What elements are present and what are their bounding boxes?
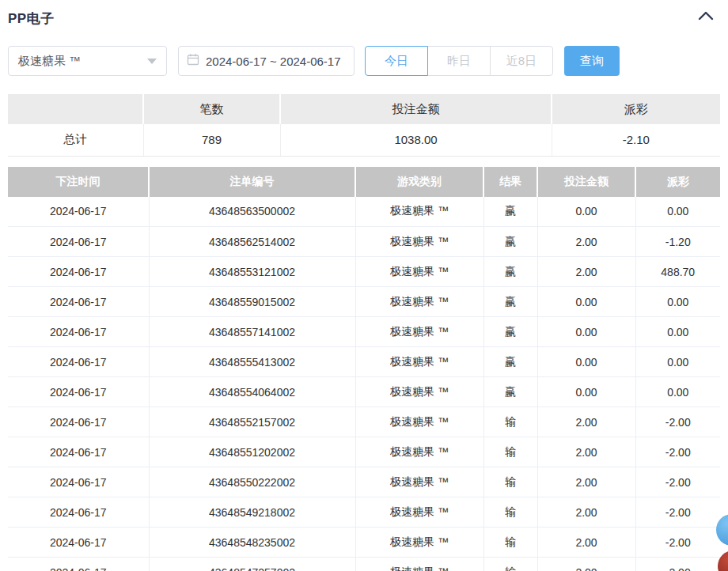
cell-order-number: 43648551202002 [149,437,355,467]
table-row: 2024-06-17 43648557141002 极速糖果 ™ 赢 0.00 … [8,317,720,347]
header-result: 结果 [483,167,537,197]
game-select[interactable]: 极速糖果 ™ [8,46,167,76]
table-row: 2024-06-17 43648547257002 极速糖果 ™ 输 2.00 … [8,558,720,571]
cell-result: 输 [483,437,537,467]
cell-game-category: 极速糖果 ™ [355,377,483,407]
cell-bet-time: 2024-06-17 [8,197,149,227]
pp-electronics-panel: PP电子 极速糖果 ™ 2024-06-17 ~ 2024-06-17 [0,0,728,571]
cell-bet-time: 2024-06-17 [8,317,149,347]
cell-game-category: 极速糖果 ™ [355,347,483,377]
cell-bet-amount: 0.00 [537,377,635,407]
chevron-down-icon [147,59,157,64]
cell-bet-amount: 2.00 [537,257,635,287]
summary-total-label: 总计 [8,124,143,156]
table-row: 2024-06-17 43648553121002 极速糖果 ™ 赢 2.00 … [8,257,720,287]
cell-game-category: 极速糖果 ™ [355,558,483,571]
table-row: 2024-06-17 43648555413002 极速糖果 ™ 赢 0.00 … [8,347,720,377]
summary-header-payout: 派彩 [552,94,720,124]
cell-order-number: 43648547257002 [149,558,355,571]
table-row: 2024-06-17 43648552157002 极速糖果 ™ 输 2.00 … [8,407,720,437]
calendar-icon [187,53,199,69]
cell-order-number: 43648550222002 [149,467,355,497]
cell-game-category: 极速糖果 ™ [355,227,483,257]
range-button-2[interactable]: 近8日 [490,46,553,76]
cell-bet-time: 2024-06-17 [8,257,149,287]
cell-order-number: 43648562514002 [149,227,355,257]
date-quick-buttons: 今日昨日近8日 [365,46,553,76]
cell-game-category: 极速糖果 ™ [355,497,483,528]
cell-bet-time: 2024-06-17 [8,347,149,377]
header-bet-time: 下注时间 [8,167,149,197]
table-row: 2024-06-17 43648548235002 极速糖果 ™ 输 2.00 … [8,528,720,558]
cell-game-category: 极速糖果 ™ [355,528,483,558]
cell-bet-time: 2024-06-17 [8,497,149,528]
table-row: 2024-06-17 43648562514002 极速糖果 ™ 赢 2.00 … [8,227,720,257]
cell-result: 赢 [483,317,537,347]
filter-bar: 极速糖果 ™ 2024-06-17 ~ 2024-06-17 今日昨日近8日 查… [8,46,720,76]
cell-result: 赢 [483,227,537,257]
cell-payout: 0.00 [635,317,720,347]
chevron-up-icon [698,11,714,23]
header-game-category: 游戏类别 [355,167,483,197]
cell-order-number: 43648548235002 [149,528,355,558]
cell-bet-time: 2024-06-17 [8,437,149,467]
cell-payout: -2.00 [635,467,720,497]
collapse-button[interactable] [692,8,720,26]
page-title: PP电子 [8,8,55,28]
cell-order-number: 43648555413002 [149,347,355,377]
cell-bet-time: 2024-06-17 [8,287,149,317]
cell-bet-time: 2024-06-17 [8,227,149,257]
table-row: 2024-06-17 43648550222002 极速糖果 ™ 输 2.00 … [8,467,720,497]
cell-result: 赢 [483,257,537,287]
summary-header-count: 笔数 [143,94,280,124]
cell-game-category: 极速糖果 ™ [355,407,483,437]
query-button[interactable]: 查询 [564,46,620,76]
cell-bet-amount: 2.00 [537,227,635,257]
cell-bet-time: 2024-06-17 [8,558,149,571]
cell-game-category: 极速糖果 ™ [355,257,483,287]
cell-game-category: 极速糖果 ™ [355,467,483,497]
cell-bet-amount: 0.00 [537,197,635,227]
cell-result: 赢 [483,377,537,407]
cell-payout: 0.00 [635,287,720,317]
table-row: 2024-06-17 43648563500002 极速糖果 ™ 赢 0.00 … [8,197,720,227]
cell-payout: -1.20 [635,227,720,257]
summary-payout-value: -2.10 [552,124,720,156]
records-header-row: 下注时间 注单编号 游戏类别 结果 投注金额 派彩 [8,167,720,197]
cell-order-number: 43648563500002 [149,197,355,227]
cell-game-category: 极速糖果 ™ [355,197,483,227]
cell-result: 输 [483,467,537,497]
cell-payout: 0.00 [635,377,720,407]
cell-result: 赢 [483,287,537,317]
cell-bet-amount: 2.00 [537,437,635,467]
cell-bet-time: 2024-06-17 [8,407,149,437]
cell-bet-amount: 2.00 [537,497,635,528]
cell-order-number: 43648557141002 [149,317,355,347]
game-select-value: 极速糖果 ™ [18,54,81,69]
cell-payout: -2.00 [635,528,720,558]
summary-header-row: 笔数 投注金额 派彩 [8,94,720,124]
cell-bet-time: 2024-06-17 [8,528,149,558]
cell-bet-time: 2024-06-17 [8,467,149,497]
header-payout: 派彩 [635,167,720,197]
cell-result: 输 [483,407,537,437]
panel-header: PP电子 [8,8,720,30]
range-button-1[interactable]: 昨日 [427,46,491,76]
cell-bet-amount: 2.00 [537,467,635,497]
summary-bet-amount-value: 1038.00 [280,124,552,156]
cell-bet-amount: 0.00 [537,287,635,317]
header-bet-amount: 投注金额 [537,167,635,197]
cell-order-number: 43648553121002 [149,257,355,287]
cell-result: 输 [483,528,537,558]
summary-total-row: 总计 789 1038.00 -2.10 [8,124,720,156]
cell-payout: -2.00 [635,558,720,571]
cell-payout: -2.00 [635,407,720,437]
date-range-input[interactable]: 2024-06-17 ~ 2024-06-17 [178,46,355,76]
cell-order-number: 43648549218002 [149,497,355,528]
cell-payout: -2.00 [635,497,720,528]
cell-result: 赢 [483,197,537,227]
bet-records-table: 下注时间 注单编号 游戏类别 结果 投注金额 派彩 2024-06-17 436… [8,167,720,571]
cell-result: 输 [483,497,537,528]
range-button-0[interactable]: 今日 [365,46,428,76]
cell-result: 输 [483,558,537,571]
